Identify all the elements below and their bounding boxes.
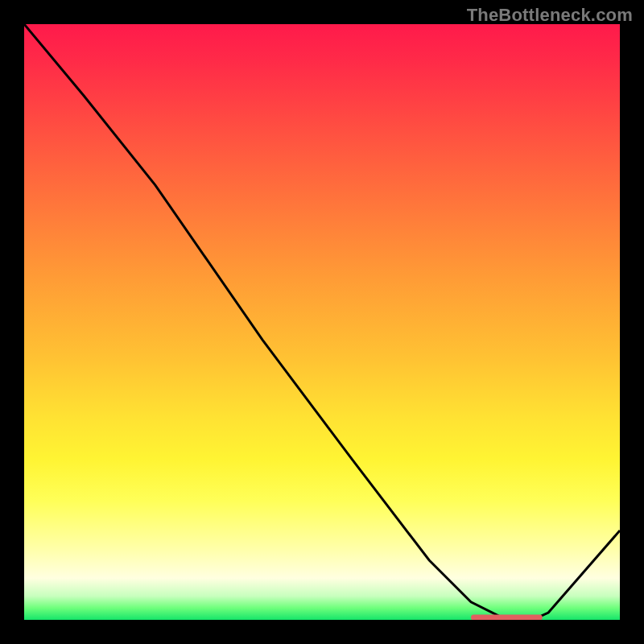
watermark-label: TheBottleneck.com [467,5,633,26]
bottleneck-curve-line [24,24,620,620]
chart-overlay [24,24,620,620]
optimal-range-marker [471,615,543,621]
chart-container: TheBottleneck.com [0,0,644,644]
